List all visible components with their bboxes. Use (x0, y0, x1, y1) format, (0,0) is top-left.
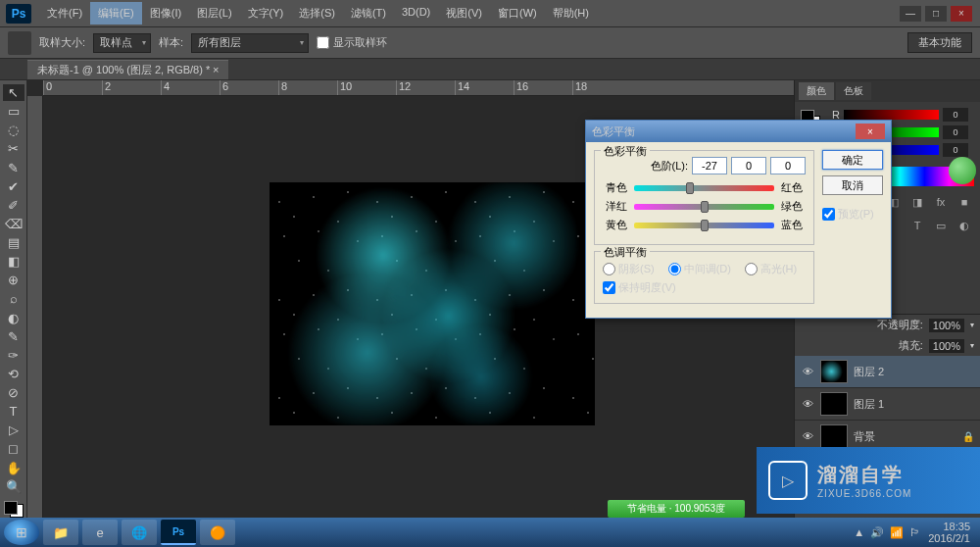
midtones-radio[interactable]: 中间调(D) (668, 262, 731, 276)
color-value-b[interactable]: 0 (943, 143, 968, 157)
balance-slider-0[interactable] (634, 185, 774, 191)
tray-icon[interactable]: 🏳 (909, 526, 920, 539)
tool-15[interactable]: ⟲ (3, 366, 24, 382)
tool-18[interactable]: ▷ (3, 422, 24, 438)
tool-7[interactable]: ⌫ (3, 216, 24, 232)
clock[interactable]: 18:35 2016/2/1 (928, 521, 970, 544)
tool-2[interactable]: ◌ (3, 122, 24, 138)
tool-9[interactable]: ◧ (3, 253, 24, 270)
current-tool-icon[interactable] (8, 31, 31, 55)
menu-窗口[interactable]: 窗口(W) (490, 2, 545, 25)
color-slider-r[interactable] (844, 110, 939, 120)
levels-label: 色阶(L): (651, 159, 689, 174)
panel-icon[interactable]: ▭ (933, 218, 949, 233)
dialog-close-button[interactable]: × (856, 124, 885, 139)
opacity-chevron-icon[interactable]: ▾ (970, 321, 974, 329)
show-sample-ring-label: 显示取样环 (333, 35, 387, 50)
level-cyan-red-input[interactable]: -27 (692, 157, 727, 174)
tool-8[interactable]: ▤ (3, 234, 24, 251)
minimize-button[interactable]: — (900, 6, 921, 22)
taskbar-app-0[interactable]: 📁 (43, 520, 78, 545)
menu-文字[interactable]: 文字(Y) (240, 2, 292, 25)
layer-row[interactable]: 👁图层 1 (795, 388, 980, 421)
taskbar-app-1[interactable]: e (82, 520, 118, 545)
level-yellow-blue-input[interactable]: 0 (770, 157, 806, 174)
tool-6[interactable]: ✐ (3, 197, 24, 214)
tool-3[interactable]: ✂ (3, 140, 24, 157)
level-magenta-green-input[interactable]: 0 (731, 157, 766, 174)
close-tab-icon[interactable]: × (213, 64, 219, 75)
menu-3d[interactable]: 3D(D) (394, 2, 438, 25)
tool-0[interactable]: ↖ (3, 84, 24, 101)
fill-chevron-icon[interactable]: ▾ (970, 341, 974, 350)
taskbar-app-3[interactable]: Ps (161, 520, 196, 545)
tool-17[interactable]: T (3, 403, 24, 420)
highlights-radio[interactable]: 高光(H) (745, 262, 797, 276)
show-sample-ring-checkbox[interactable]: 显示取样环 (317, 35, 387, 50)
taskbar-app-2[interactable]: 🌐 (122, 520, 157, 545)
panel-icon[interactable]: ■ (956, 194, 972, 210)
menu-编辑[interactable]: 编辑(E) (90, 2, 142, 25)
tool-16[interactable]: ⊘ (3, 384, 24, 401)
layer-thumbnail (820, 424, 848, 448)
tool-12[interactable]: ◐ (3, 310, 24, 326)
opacity-value[interactable]: 100% (929, 319, 964, 332)
tool-1[interactable]: ▭ (3, 103, 24, 120)
visibility-icon[interactable]: 👁 (801, 366, 814, 377)
menu-图层[interactable]: 图层(L) (189, 2, 239, 25)
visibility-icon[interactable]: 👁 (801, 430, 814, 442)
menu-图像[interactable]: 图像(I) (142, 2, 189, 25)
layer-row[interactable]: 👁图层 2 (795, 356, 980, 388)
cancel-button[interactable]: 取消 (822, 175, 883, 195)
panel-icon[interactable]: ◐ (956, 218, 972, 233)
document-canvas[interactable] (270, 182, 595, 425)
color-tab[interactable]: 颜色 (799, 82, 834, 100)
document-tab[interactable]: 未标题-1 @ 100% (图层 2, RGB/8) * × (27, 60, 228, 79)
tool-10[interactable]: ⊕ (3, 272, 24, 288)
panel-icon[interactable]: T (909, 218, 925, 233)
menu-帮助[interactable]: 帮助(H) (545, 2, 597, 25)
sample-size-dropdown[interactable]: 取样点 (93, 33, 151, 53)
workspace-switcher[interactable]: 基本功能 (907, 32, 972, 53)
tools-toolbar: ↖▭◌✂✎✔✐⌫▤◧⊕⌕◐✎✑⟲⊘T▷◻✋🔍 (0, 80, 27, 518)
taskbar-app-4[interactable]: 🟠 (200, 520, 235, 545)
sample-label: 样本: (159, 35, 183, 50)
menu-视图[interactable]: 视图(V) (438, 2, 490, 25)
start-button[interactable]: ⊞ (4, 520, 39, 545)
swatches-tab[interactable]: 色板 (836, 82, 871, 100)
tool-19[interactable]: ◻ (3, 440, 24, 457)
panel-icon[interactable]: fx (933, 194, 949, 210)
balance-slider-1[interactable] (634, 204, 774, 210)
tool-4[interactable]: ✎ (3, 160, 24, 176)
ok-button[interactable]: 确定 (822, 150, 883, 170)
tray-icon[interactable]: 📶 (890, 526, 904, 539)
close-button[interactable]: × (951, 6, 972, 22)
preserve-luminosity-checkbox[interactable]: 保持明度(V) (603, 280, 806, 295)
layer-name: 图层 1 (854, 397, 884, 412)
tool-11[interactable]: ⌕ (3, 290, 24, 307)
dialog-titlebar[interactable]: 色彩平衡 × (586, 121, 891, 142)
color-balance-dialog: 色彩平衡 × 色彩平衡 色阶(L): -27 0 0 青色红色洋红绿色黄色蓝色 … (585, 120, 892, 319)
tool-21[interactable]: 🔍 (3, 478, 24, 495)
maximize-button[interactable]: □ (925, 6, 947, 22)
color-value-g[interactable]: 0 (943, 125, 968, 139)
panel-icon[interactable]: ◨ (909, 194, 925, 210)
preview-checkbox[interactable]: 预览(P) (822, 207, 883, 222)
menu-滤镜[interactable]: 滤镜(T) (343, 2, 394, 25)
tool-5[interactable]: ✔ (3, 178, 24, 195)
fg-bg-colors[interactable] (4, 501, 24, 518)
tool-20[interactable]: ✋ (3, 460, 24, 476)
sample-layers-dropdown[interactable]: 所有图层 (191, 33, 309, 53)
tool-14[interactable]: ✑ (3, 347, 24, 364)
tool-13[interactable]: ✎ (3, 328, 24, 345)
menu-文件[interactable]: 文件(F) (39, 2, 90, 25)
balance-slider-2[interactable] (634, 223, 774, 228)
shadows-radio[interactable]: 阴影(S) (603, 262, 655, 276)
visibility-icon[interactable]: 👁 (801, 398, 814, 410)
tray-icon[interactable]: ▲ (854, 526, 864, 539)
color-value-r[interactable]: 0 (943, 108, 968, 122)
menu-选择[interactable]: 选择(S) (291, 2, 343, 25)
dialog-title: 色彩平衡 (592, 124, 635, 139)
tray-icon[interactable]: 🔊 (870, 526, 884, 539)
fill-value[interactable]: 100% (929, 339, 964, 353)
